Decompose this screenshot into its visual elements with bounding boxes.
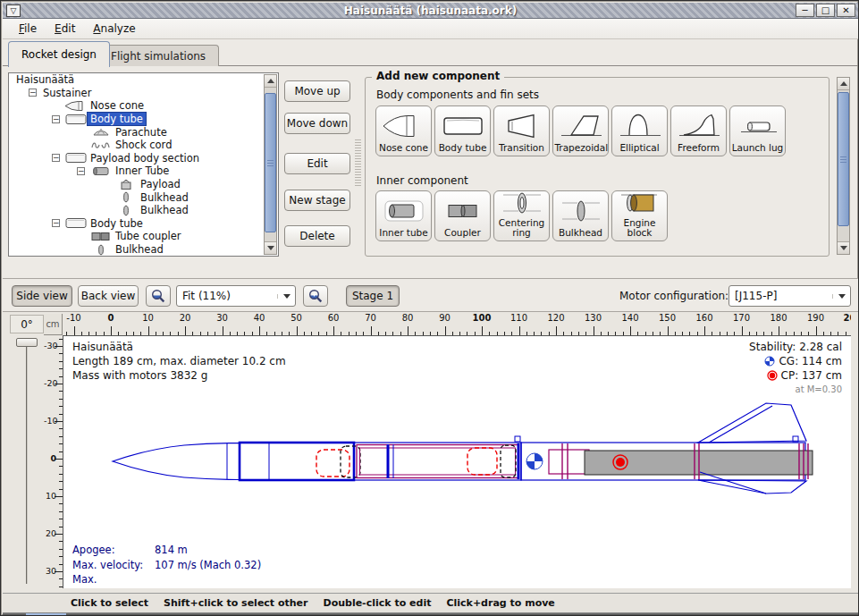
- innertube-icon: [88, 165, 113, 177]
- delete-button[interactable]: Delete: [284, 225, 350, 247]
- tree-item-haisun-t-[interactable]: Haisunäätä: [9, 73, 278, 87]
- component-tree[interactable]: Haisunäätä−SustainerNose cone−Body tubeP…: [8, 72, 279, 257]
- rocket-name: Haisunäätä: [72, 340, 286, 354]
- nosecone-icon: [63, 100, 88, 112]
- maximize-button[interactable]: □: [816, 4, 835, 17]
- expander-icon[interactable]: −: [29, 89, 37, 97]
- add-component-title: Add new component: [372, 70, 504, 82]
- component-button-label: Bulkhead: [555, 228, 607, 238]
- move-down-button[interactable]: Move down: [284, 113, 350, 134]
- tree-item-bulkhead[interactable]: Bulkhead: [9, 190, 278, 204]
- scroll-down-icon[interactable]: [265, 241, 276, 254]
- tree-item-tube-coupler[interactable]: Tube coupler: [9, 230, 278, 243]
- tree-item-payload[interactable]: Payload: [9, 178, 278, 191]
- mach-condition: at M=0.30: [749, 383, 842, 397]
- cg-value: CG: 114 cm: [779, 354, 842, 368]
- bodytube-icon: [63, 114, 88, 125]
- back-view-button[interactable]: Back view: [78, 285, 139, 307]
- menubar: FileEditAnalyze: [3, 19, 858, 39]
- magnifier-plus-icon: [307, 288, 324, 304]
- tree-item-label: Bulkhead: [138, 204, 191, 216]
- zoom-in-button[interactable]: [303, 285, 328, 307]
- add-transition-button[interactable]: Transition: [493, 105, 550, 156]
- rocket-canvas[interactable]: Haisunäätä Length 189 cm, max. diameter …: [63, 335, 851, 588]
- expander-icon[interactable]: −: [52, 154, 60, 162]
- menu-analyze[interactable]: Analyze: [84, 21, 144, 37]
- motor-configuration-select[interactable]: [J115-P]: [728, 285, 851, 307]
- panel-scrollbar-thumb[interactable]: [838, 92, 849, 226]
- status-hint: Shift+click to select other: [164, 597, 308, 609]
- expander-icon[interactable]: −: [52, 219, 60, 227]
- tree-item-shock-cord[interactable]: Shock cord: [9, 139, 278, 152]
- add-coupler-button[interactable]: Coupler: [434, 190, 491, 241]
- c-innertube-icon: [380, 194, 428, 228]
- add-bulkhead-button[interactable]: Bulkhead: [552, 190, 609, 241]
- tree-item-bulkhead[interactable]: Bulkhead: [9, 204, 278, 217]
- minimize-button[interactable]: ─: [796, 4, 814, 17]
- rotation-slider-track[interactable]: [26, 342, 28, 584]
- shockcord-icon: [88, 139, 113, 151]
- tree-scrollbar[interactable]: [264, 74, 277, 255]
- component-button-label: Centering ring: [496, 218, 548, 238]
- close-button[interactable]: ✕: [837, 4, 855, 17]
- view-toolbar: Side view Back view Fit (11%) Stage 1 Mo…: [3, 278, 858, 312]
- rocket-info: Haisunäätä Length 189 cm, max. diameter …: [72, 340, 286, 383]
- window-bottom-frame: [3, 612, 858, 616]
- tab-rocket-design[interactable]: Rocket design: [8, 41, 110, 67]
- side-view-button[interactable]: Side view: [12, 285, 72, 307]
- titlebar: ▽ Haisunäätä (haisunaata.ork) ─ □ ✕: [3, 3, 858, 19]
- scroll-up-icon[interactable]: [838, 78, 849, 90]
- add-engine-block-button[interactable]: Engine block: [611, 190, 668, 241]
- c-engineblock-icon: [616, 188, 664, 218]
- move-up-button[interactable]: Move up: [284, 80, 350, 102]
- zoom-select[interactable]: Fit (11%): [176, 285, 296, 307]
- component-button-label: Launch lug: [732, 143, 784, 153]
- scroll-down-icon[interactable]: [838, 241, 849, 254]
- rocket-dimensions: Length 189 cm, max. diameter 10.2 cm: [72, 354, 286, 368]
- chevron-down-icon: [832, 294, 850, 299]
- menu-file[interactable]: File: [10, 21, 46, 37]
- tree-item-inner-tube[interactable]: −Inner Tube: [9, 165, 278, 178]
- tree-item-payload-body-section[interactable]: −Payload body section: [9, 152, 278, 165]
- tree-item-label: Haisunäätä: [13, 73, 77, 86]
- expander-icon[interactable]: −: [77, 167, 85, 175]
- tree-item-label: Payload body section: [88, 152, 202, 165]
- tab-flight-simulations[interactable]: Flight simulations: [97, 45, 219, 66]
- add-body-tube-button[interactable]: Body tube: [434, 105, 491, 156]
- add-inner-tube-button[interactable]: Inner tube: [375, 190, 432, 241]
- cg-icon: [764, 356, 775, 367]
- tree-item-body-tube[interactable]: −Body tube: [9, 217, 278, 231]
- rotation-angle-label: 0°: [10, 315, 44, 333]
- panel-scrollbar[interactable]: [837, 77, 850, 255]
- tree-scrollbar-thumb[interactable]: [265, 93, 276, 232]
- add-freeform-button[interactable]: Freeform: [670, 105, 727, 156]
- tree-item-bulkhead[interactable]: Bulkhead: [9, 243, 278, 257]
- stage-1-toggle[interactable]: Stage 1: [346, 285, 400, 307]
- scroll-up-icon[interactable]: [265, 75, 276, 88]
- tree-item-nose-cone[interactable]: Nose cone: [9, 99, 278, 113]
- add-elliptical-button[interactable]: Elliptical: [611, 105, 668, 156]
- menu-edit[interactable]: Edit: [46, 21, 84, 37]
- stability-value: Stability: 2.28 cal: [749, 340, 842, 354]
- rotation-slider-handle[interactable]: [16, 338, 38, 347]
- new-stage-button[interactable]: New stage: [284, 190, 350, 211]
- tree-item-parachute[interactable]: Parachute: [9, 125, 278, 139]
- tree-item-sustainer[interactable]: −Sustainer: [9, 87, 278, 100]
- add-launch-lug-button[interactable]: Launch lug: [729, 105, 786, 156]
- c-bulkhead-icon: [557, 194, 605, 228]
- tree-item-label: Body tube: [88, 113, 146, 125]
- bulkhead-icon: [114, 191, 138, 203]
- payload-icon: [114, 179, 138, 190]
- add-trapezoidal-button[interactable]: Trapezoidal: [552, 105, 609, 156]
- tree-item-label: Bulkhead: [113, 243, 166, 256]
- rocket-view-area: 0° cm -100102030405060708090100110120130…: [3, 312, 858, 593]
- add-nose-cone-button[interactable]: Nose cone: [375, 105, 432, 156]
- stability-info: Stability: 2.28 cal CG: 114 cm CP: 137 c…: [749, 340, 842, 397]
- edit-button[interactable]: Edit: [284, 153, 350, 174]
- tree-item-body-tube[interactable]: −Body tube: [9, 113, 278, 126]
- status-hint: Click+drag to move: [446, 597, 554, 609]
- add-centering-ring-button[interactable]: Centering ring: [493, 190, 550, 241]
- splitter-handle[interactable]: [355, 139, 361, 186]
- zoom-out-button[interactable]: [146, 285, 171, 307]
- expander-icon[interactable]: −: [52, 115, 60, 123]
